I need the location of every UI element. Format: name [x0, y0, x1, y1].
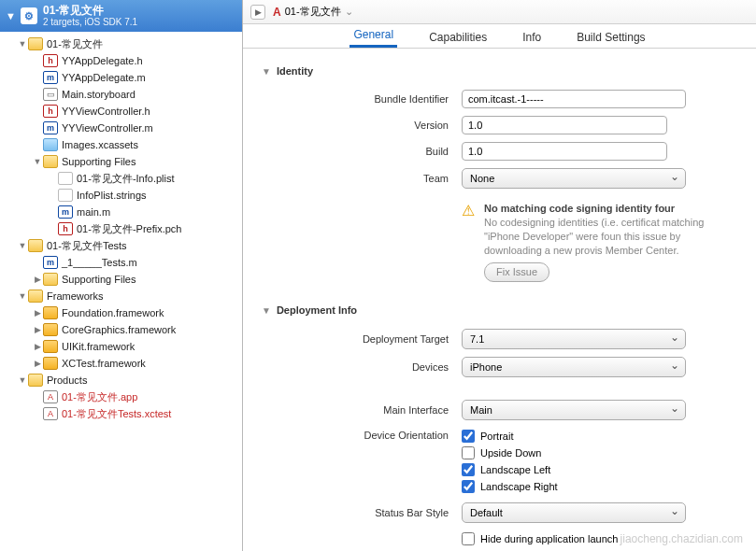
editor-tabs: General Capabilities Info Build Settings	[243, 24, 756, 49]
main-interface-label: Main Interface	[262, 404, 449, 416]
tree-label: UIKit.framework	[62, 341, 135, 352]
history-back-button[interactable]: ▶	[250, 5, 265, 20]
tree-row[interactable]: A01-常见文件.app	[0, 389, 242, 405]
tab-info[interactable]: Info	[519, 27, 545, 48]
tree-row[interactable]: A01-常见文件Tests.xctest	[0, 405, 242, 422]
disclosure-triangle-icon[interactable]: ▶	[32, 325, 43, 334]
tab-general[interactable]: General	[349, 24, 397, 48]
team-select[interactable]: None	[462, 168, 686, 189]
orientation-portrait[interactable]: Portrait	[462, 428, 737, 445]
h-icon: h	[43, 54, 58, 67]
fw-icon	[43, 357, 58, 370]
tab-capabilities[interactable]: Capabilities	[425, 27, 491, 48]
folder-icon	[28, 374, 43, 387]
file-tree[interactable]: ▼01-常见文件hYYAppDelegate.hmYYAppDelegate.m…	[0, 32, 242, 551]
disclosure-triangle-icon[interactable]: ▼	[17, 375, 28, 385]
warning-icon: ⚠	[462, 202, 475, 282]
tree-row[interactable]: ▶Foundation.framework	[0, 304, 242, 321]
tree-label: XCTest.framework	[62, 358, 146, 369]
project-subtitle: 2 targets, iOS SDK 7.1	[43, 17, 137, 28]
sb-icon: ▭	[43, 88, 58, 101]
section-deployment[interactable]: ▼ Deployment Info	[262, 304, 737, 316]
fw-icon	[43, 340, 58, 353]
disclosure-triangle-icon[interactable]: ▼	[17, 39, 28, 49]
tree-row[interactable]: ▭Main.storyboard	[0, 86, 242, 103]
tree-row[interactable]: ▶UIKit.framework	[0, 338, 242, 355]
main-interface-select[interactable]: Main	[462, 400, 686, 420]
disclosure-triangle-icon[interactable]: ▶	[32, 359, 43, 368]
tree-label: 01-常见文件	[47, 37, 103, 51]
app-icon: A	[43, 407, 58, 420]
txt-icon	[58, 172, 73, 185]
disclosure-triangle-icon[interactable]: ▼	[262, 305, 271, 316]
tree-row[interactable]: h01-常见文件-Prefix.pch	[0, 220, 242, 237]
orientation-landscape-left[interactable]: Landscape Left	[462, 461, 737, 478]
fw-icon	[43, 323, 58, 336]
devices-label: Devices	[262, 361, 449, 373]
project-header[interactable]: ▼ ⚙ 01-常见文件 2 targets, iOS SDK 7.1	[0, 0, 242, 32]
target-icon: A	[273, 6, 281, 19]
bundle-id-field[interactable]	[462, 90, 686, 108]
disclosure-triangle-icon[interactable]: ▼	[32, 157, 43, 166]
disclosure-triangle-icon[interactable]: ▼	[6, 10, 15, 21]
disclosure-triangle-icon[interactable]: ▼	[262, 66, 271, 77]
tree-row[interactable]: mmain.m	[0, 204, 242, 220]
team-label: Team	[262, 173, 449, 184]
tree-row[interactable]: mYYViewController.m	[0, 120, 242, 136]
orientation-upside-down[interactable]: Upside Down	[462, 445, 737, 461]
section-identity[interactable]: ▼ Identity	[262, 65, 737, 77]
folder-icon	[28, 290, 43, 303]
project-title: 01-常见文件	[43, 4, 137, 17]
build-field[interactable]	[462, 142, 667, 161]
tree-label: 01-常见文件-Info.plist	[77, 172, 175, 186]
tree-row[interactable]: ▶CoreGraphics.framework	[0, 321, 242, 338]
tree-label: _1_____Tests.m	[62, 257, 137, 268]
tree-label: Main.storyboard	[62, 89, 136, 100]
m-icon: m	[43, 71, 58, 84]
devices-select[interactable]: iPhone	[462, 357, 686, 377]
tree-row[interactable]: m_1_____Tests.m	[0, 254, 242, 271]
img-icon	[43, 138, 58, 151]
tree-row[interactable]: InfoPlist.strings	[0, 187, 242, 204]
tab-build-settings[interactable]: Build Settings	[573, 27, 649, 48]
tree-row[interactable]: ▼Frameworks	[0, 288, 242, 304]
tree-label: 01-常见文件Tests.xctest	[62, 407, 171, 421]
status-bar-select[interactable]: Default	[462, 502, 686, 523]
fix-issue-button[interactable]: Fix Issue	[484, 262, 549, 282]
tree-row[interactable]: hYYAppDelegate.h	[0, 52, 242, 69]
tree-row[interactable]: ▼01-常见文件	[0, 35, 242, 52]
tree-row[interactable]: 01-常见文件-Info.plist	[0, 170, 242, 187]
tree-label: CoreGraphics.framework	[62, 324, 176, 335]
tree-row[interactable]: hYYViewController.h	[0, 103, 242, 120]
fw-icon	[43, 306, 58, 319]
version-field[interactable]	[462, 116, 667, 134]
disclosure-triangle-icon[interactable]: ▶	[32, 308, 43, 318]
project-icon: ⚙	[21, 7, 37, 24]
disclosure-triangle-icon[interactable]: ▼	[17, 241, 28, 250]
disclosure-triangle-icon[interactable]: ▼	[17, 291, 28, 301]
deployment-target-select[interactable]: 7.1	[462, 329, 686, 349]
settings-scroll[interactable]: ▼ Identity Bundle Identifier Version Bui…	[243, 49, 756, 551]
tree-row[interactable]: ▼Products	[0, 372, 242, 389]
tree-row[interactable]: ▼01-常见文件Tests	[0, 237, 242, 254]
folder-icon	[43, 273, 58, 286]
breadcrumb-item[interactable]: A 01-常见文件 ⌄	[273, 5, 353, 19]
disclosure-triangle-icon[interactable]: ▶	[32, 342, 43, 351]
tree-label: Frameworks	[47, 290, 104, 302]
tree-row[interactable]: ▶Supporting Files	[0, 271, 242, 288]
hide-status-bar-checkbox[interactable]: Hide during application launch	[462, 530, 737, 547]
warning-title: No matching code signing identity four	[484, 203, 675, 214]
tree-label: 01-常见文件-Prefix.pch	[77, 222, 181, 236]
m-icon: m	[58, 205, 73, 219]
tree-row[interactable]: Images.xcassets	[0, 136, 242, 153]
tree-row[interactable]: ▶XCTest.framework	[0, 355, 242, 372]
tree-row[interactable]: ▼Supporting Files	[0, 153, 242, 170]
h-icon: h	[58, 222, 73, 235]
signing-warning: ⚠ No matching code signing identity four…	[462, 202, 737, 282]
folder-icon	[43, 155, 58, 168]
disclosure-triangle-icon[interactable]: ▶	[32, 275, 43, 284]
tree-label: YYViewController.h	[62, 106, 150, 117]
orientation-landscape-right[interactable]: Landscape Right	[462, 478, 737, 495]
tree-row[interactable]: mYYAppDelegate.m	[0, 69, 242, 86]
breadcrumb-label: 01-常见文件	[285, 5, 341, 19]
